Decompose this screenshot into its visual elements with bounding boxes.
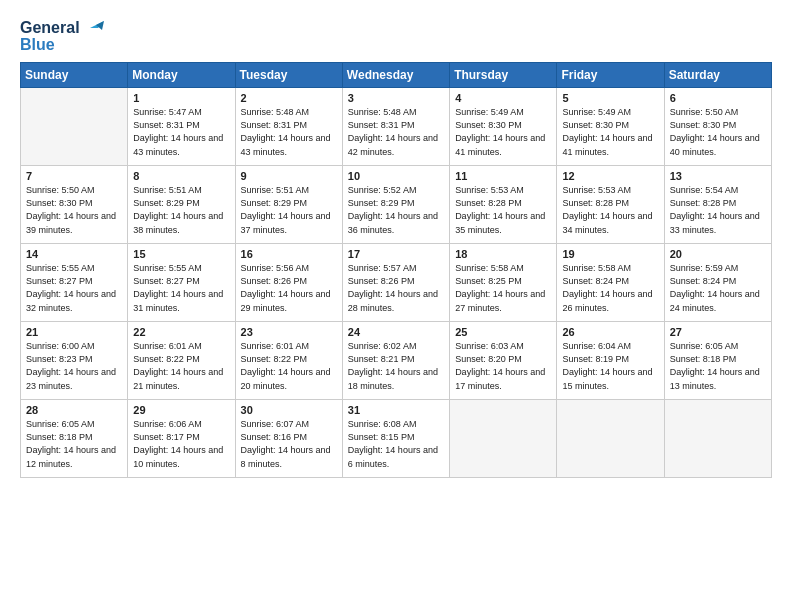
calendar-cell: 4 Sunrise: 5:49 AMSunset: 8:30 PMDayligh… — [450, 88, 557, 166]
day-info: Sunrise: 5:53 AMSunset: 8:28 PMDaylight:… — [455, 184, 551, 236]
calendar-cell: 19 Sunrise: 5:58 AMSunset: 8:24 PMDaylig… — [557, 244, 664, 322]
logo-bird-icon — [82, 19, 104, 37]
calendar-cell: 8 Sunrise: 5:51 AMSunset: 8:29 PMDayligh… — [128, 166, 235, 244]
day-info: Sunrise: 5:55 AMSunset: 8:27 PMDaylight:… — [26, 262, 122, 314]
day-number: 5 — [562, 92, 658, 104]
calendar-cell: 24 Sunrise: 6:02 AMSunset: 8:21 PMDaylig… — [342, 322, 449, 400]
header-row: SundayMondayTuesdayWednesdayThursdayFrid… — [21, 63, 772, 88]
day-info: Sunrise: 5:48 AMSunset: 8:31 PMDaylight:… — [348, 106, 444, 158]
day-number: 13 — [670, 170, 766, 182]
day-info: Sunrise: 6:05 AMSunset: 8:18 PMDaylight:… — [26, 418, 122, 470]
weekday-header: Sunday — [21, 63, 128, 88]
calendar-cell: 2 Sunrise: 5:48 AMSunset: 8:31 PMDayligh… — [235, 88, 342, 166]
calendar-cell: 13 Sunrise: 5:54 AMSunset: 8:28 PMDaylig… — [664, 166, 771, 244]
weekday-header: Tuesday — [235, 63, 342, 88]
day-info: Sunrise: 6:08 AMSunset: 8:15 PMDaylight:… — [348, 418, 444, 470]
day-info: Sunrise: 5:52 AMSunset: 8:29 PMDaylight:… — [348, 184, 444, 236]
week-row: 21 Sunrise: 6:00 AMSunset: 8:23 PMDaylig… — [21, 322, 772, 400]
day-number: 24 — [348, 326, 444, 338]
day-number: 31 — [348, 404, 444, 416]
day-info: Sunrise: 6:04 AMSunset: 8:19 PMDaylight:… — [562, 340, 658, 392]
day-info: Sunrise: 5:53 AMSunset: 8:28 PMDaylight:… — [562, 184, 658, 236]
logo: General Blue — [20, 18, 104, 54]
day-number: 23 — [241, 326, 337, 338]
calendar-cell — [557, 400, 664, 478]
day-info: Sunrise: 5:50 AMSunset: 8:30 PMDaylight:… — [670, 106, 766, 158]
day-number: 16 — [241, 248, 337, 260]
day-info: Sunrise: 6:01 AMSunset: 8:22 PMDaylight:… — [241, 340, 337, 392]
calendar-cell — [450, 400, 557, 478]
weekday-header: Wednesday — [342, 63, 449, 88]
day-number: 30 — [241, 404, 337, 416]
day-info: Sunrise: 5:49 AMSunset: 8:30 PMDaylight:… — [562, 106, 658, 158]
calendar-cell — [21, 88, 128, 166]
calendar-cell: 25 Sunrise: 6:03 AMSunset: 8:20 PMDaylig… — [450, 322, 557, 400]
day-info: Sunrise: 5:48 AMSunset: 8:31 PMDaylight:… — [241, 106, 337, 158]
calendar-cell: 18 Sunrise: 5:58 AMSunset: 8:25 PMDaylig… — [450, 244, 557, 322]
day-number: 1 — [133, 92, 229, 104]
week-row: 7 Sunrise: 5:50 AMSunset: 8:30 PMDayligh… — [21, 166, 772, 244]
calendar-cell: 27 Sunrise: 6:05 AMSunset: 8:18 PMDaylig… — [664, 322, 771, 400]
calendar-cell: 3 Sunrise: 5:48 AMSunset: 8:31 PMDayligh… — [342, 88, 449, 166]
day-number: 25 — [455, 326, 551, 338]
calendar-cell: 10 Sunrise: 5:52 AMSunset: 8:29 PMDaylig… — [342, 166, 449, 244]
day-number: 17 — [348, 248, 444, 260]
calendar-cell: 21 Sunrise: 6:00 AMSunset: 8:23 PMDaylig… — [21, 322, 128, 400]
day-number: 19 — [562, 248, 658, 260]
logo-container: General Blue — [20, 18, 104, 54]
day-number: 2 — [241, 92, 337, 104]
calendar-table: SundayMondayTuesdayWednesdayThursdayFrid… — [20, 62, 772, 478]
calendar-cell: 29 Sunrise: 6:06 AMSunset: 8:17 PMDaylig… — [128, 400, 235, 478]
day-info: Sunrise: 6:03 AMSunset: 8:20 PMDaylight:… — [455, 340, 551, 392]
day-number: 6 — [670, 92, 766, 104]
day-info: Sunrise: 5:55 AMSunset: 8:27 PMDaylight:… — [133, 262, 229, 314]
day-number: 3 — [348, 92, 444, 104]
weekday-header: Monday — [128, 63, 235, 88]
day-info: Sunrise: 5:59 AMSunset: 8:24 PMDaylight:… — [670, 262, 766, 314]
day-number: 9 — [241, 170, 337, 182]
weekday-header: Thursday — [450, 63, 557, 88]
day-number: 27 — [670, 326, 766, 338]
day-number: 18 — [455, 248, 551, 260]
day-info: Sunrise: 5:51 AMSunset: 8:29 PMDaylight:… — [241, 184, 337, 236]
weekday-header: Friday — [557, 63, 664, 88]
day-info: Sunrise: 6:02 AMSunset: 8:21 PMDaylight:… — [348, 340, 444, 392]
week-row: 1 Sunrise: 5:47 AMSunset: 8:31 PMDayligh… — [21, 88, 772, 166]
day-info: Sunrise: 5:54 AMSunset: 8:28 PMDaylight:… — [670, 184, 766, 236]
day-number: 11 — [455, 170, 551, 182]
day-info: Sunrise: 5:51 AMSunset: 8:29 PMDaylight:… — [133, 184, 229, 236]
day-number: 28 — [26, 404, 122, 416]
week-row: 14 Sunrise: 5:55 AMSunset: 8:27 PMDaylig… — [21, 244, 772, 322]
day-info: Sunrise: 5:58 AMSunset: 8:25 PMDaylight:… — [455, 262, 551, 314]
day-info: Sunrise: 5:50 AMSunset: 8:30 PMDaylight:… — [26, 184, 122, 236]
day-number: 10 — [348, 170, 444, 182]
day-number: 7 — [26, 170, 122, 182]
day-number: 14 — [26, 248, 122, 260]
calendar-cell: 30 Sunrise: 6:07 AMSunset: 8:16 PMDaylig… — [235, 400, 342, 478]
calendar-cell: 7 Sunrise: 5:50 AMSunset: 8:30 PMDayligh… — [21, 166, 128, 244]
week-row: 28 Sunrise: 6:05 AMSunset: 8:18 PMDaylig… — [21, 400, 772, 478]
calendar-cell: 5 Sunrise: 5:49 AMSunset: 8:30 PMDayligh… — [557, 88, 664, 166]
calendar-cell: 20 Sunrise: 5:59 AMSunset: 8:24 PMDaylig… — [664, 244, 771, 322]
day-info: Sunrise: 6:01 AMSunset: 8:22 PMDaylight:… — [133, 340, 229, 392]
calendar-cell: 12 Sunrise: 5:53 AMSunset: 8:28 PMDaylig… — [557, 166, 664, 244]
day-info: Sunrise: 5:58 AMSunset: 8:24 PMDaylight:… — [562, 262, 658, 314]
calendar-cell: 26 Sunrise: 6:04 AMSunset: 8:19 PMDaylig… — [557, 322, 664, 400]
day-info: Sunrise: 5:49 AMSunset: 8:30 PMDaylight:… — [455, 106, 551, 158]
calendar-cell: 22 Sunrise: 6:01 AMSunset: 8:22 PMDaylig… — [128, 322, 235, 400]
day-number: 20 — [670, 248, 766, 260]
calendar-cell — [664, 400, 771, 478]
day-number: 22 — [133, 326, 229, 338]
day-info: Sunrise: 5:57 AMSunset: 8:26 PMDaylight:… — [348, 262, 444, 314]
calendar-cell: 15 Sunrise: 5:55 AMSunset: 8:27 PMDaylig… — [128, 244, 235, 322]
calendar-cell: 17 Sunrise: 5:57 AMSunset: 8:26 PMDaylig… — [342, 244, 449, 322]
day-info: Sunrise: 5:56 AMSunset: 8:26 PMDaylight:… — [241, 262, 337, 314]
calendar-cell: 14 Sunrise: 5:55 AMSunset: 8:27 PMDaylig… — [21, 244, 128, 322]
day-number: 29 — [133, 404, 229, 416]
logo-blue: Blue — [20, 35, 55, 54]
calendar-cell: 6 Sunrise: 5:50 AMSunset: 8:30 PMDayligh… — [664, 88, 771, 166]
calendar-cell: 1 Sunrise: 5:47 AMSunset: 8:31 PMDayligh… — [128, 88, 235, 166]
day-number: 12 — [562, 170, 658, 182]
calendar-cell: 23 Sunrise: 6:01 AMSunset: 8:22 PMDaylig… — [235, 322, 342, 400]
calendar-cell: 11 Sunrise: 5:53 AMSunset: 8:28 PMDaylig… — [450, 166, 557, 244]
